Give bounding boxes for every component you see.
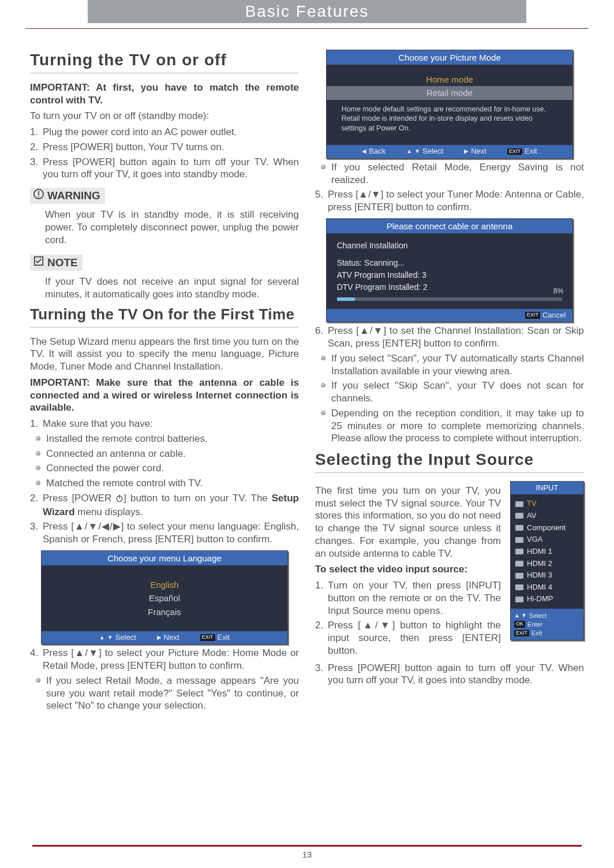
input-intro: The first time you turn on your TV, you … [315, 485, 501, 560]
warning-label: WARNING [47, 189, 100, 203]
osd-input: INPUT TV AV Component VGA HDMI 1 HDMI 2 … [510, 481, 584, 640]
input-item-hidmp[interactable]: Hi-DMP [515, 593, 579, 605]
important-remote-match: IMPORTANT: At first, you have to match t… [30, 81, 299, 107]
osd-foot-exit: EXITExit [200, 633, 230, 643]
page-footer: 13 [0, 845, 614, 860]
input-item-vga[interactable]: VGA [515, 534, 579, 546]
osd-picture-body: Home mode Retail mode Home mode default … [327, 65, 573, 145]
osd-foot-cancel: EXITCancel [525, 311, 566, 321]
input-select-heading: To select the video input source: [315, 563, 501, 576]
legend-select: ▲▼Select [514, 612, 580, 620]
input-item-hdmi3[interactable]: HDMI 3 [515, 569, 579, 582]
osd-lang-french[interactable]: Français [42, 605, 288, 619]
osd-input-legend: ▲▼Select OKEnter EXITExit [511, 609, 583, 640]
step-5: Press [▲/▼] to select your Tuner Mode: A… [315, 188, 584, 214]
exit-key-icon: EXIT [507, 148, 522, 155]
osd-picture-title: Choose your Picture Mode [327, 50, 573, 65]
scan-line-3: ATV Program Installed: 3 [337, 270, 563, 281]
scan-line-4: DTV Program Installed: 2 [337, 282, 563, 293]
step4-notes: If you select Retail Mode, a message app… [36, 675, 299, 712]
note-label: NOTE [47, 256, 78, 270]
updown-icon: ▲▼ [406, 148, 420, 155]
power-steps: Plug the power cord into an AC power out… [30, 126, 299, 181]
input-section: The first time you turn on your TV, you … [315, 481, 584, 660]
source-icon [515, 561, 523, 567]
input-item-av[interactable]: AV [515, 510, 579, 522]
first-step-1-text: Make sure that you have: [43, 418, 153, 429]
input-step-1: Turn on your TV, then press [INPUT] butt… [315, 579, 501, 617]
input-item-hdmi1[interactable]: HDMI 1 [515, 546, 579, 558]
osd-input-list: TV AV Component VGA HDMI 1 HDMI 2 HDMI 3… [511, 494, 583, 609]
top-banner: Basic Features [25, 0, 589, 29]
scan-line-1: Channel Installation [337, 241, 563, 251]
right-icon: ▶ [464, 148, 469, 155]
warning-icon [33, 189, 44, 203]
first-time-intro: The Setup Wizard menu appears the first … [30, 336, 299, 373]
exit-key-icon: EXIT [514, 630, 529, 637]
legend-enter: OKEnter [514, 620, 580, 628]
source-icon [515, 584, 523, 590]
svg-rect-2 [38, 196, 39, 198]
heading-first-time: Turning the TV On for the First Time [30, 305, 299, 327]
scan-progress-label: 8% [553, 287, 563, 296]
note-header: NOTE [30, 255, 83, 271]
right-column: Choose your Picture Mode Home mode Retai… [315, 45, 584, 714]
osd-foot-back: ◀Back [362, 147, 385, 157]
footer-rule [32, 845, 582, 847]
warning-header: WARNING [30, 188, 105, 204]
steps-6: Press [▲/▼] to set the Channel Installat… [315, 325, 584, 350]
osd-pic-home[interactable]: Home mode [327, 73, 573, 86]
source-icon [515, 501, 523, 507]
osd-picture-foot: ◀Back ▲▼Select ▶Next EXITExit [327, 145, 573, 158]
scan-line-2: Status: Scanning... [337, 258, 563, 269]
warning-body: When your TV is in standby mode, it is s… [30, 208, 299, 246]
source-icon [515, 513, 523, 519]
osd-scan-foot: EXITCancel [327, 309, 573, 322]
note-body: If your TV does not receive an input sig… [30, 275, 299, 301]
intro-standby: To turn your TV on or off (standby mode)… [30, 110, 299, 122]
osd-picture-mode: Choose your Picture Mode Home mode Retai… [326, 50, 574, 159]
banner-title: Basic Features [88, 0, 526, 23]
input-item-hdmi4[interactable]: HDMI 4 [515, 582, 579, 594]
osd-language-foot: ▲▼Select ▶Next EXITExit [42, 631, 288, 645]
step4-retail-note: If you select Retail Mode, a message app… [36, 675, 299, 712]
input-item-hdmi2[interactable]: HDMI 2 [515, 558, 579, 570]
osd-pic-retail[interactable]: Retail mode [327, 86, 573, 99]
exit-key-icon: EXIT [200, 634, 215, 641]
source-icon [515, 537, 523, 543]
osd-lang-english[interactable]: English [42, 578, 288, 591]
exit-key-icon: EXIT [525, 312, 540, 319]
source-icon [515, 549, 523, 554]
power-step-3: Press [POWER] button again to turn off y… [30, 156, 299, 181]
osd-foot-next: ▶Next [464, 147, 486, 157]
scan-notes: If you select "Scan", your TV automatica… [321, 352, 584, 445]
input-item-component[interactable]: Component [515, 522, 579, 534]
osd-lang-spanish[interactable]: Español [42, 591, 288, 605]
check-item-2: Connected an antenna or cable. [36, 448, 299, 460]
source-icon [515, 525, 523, 531]
input-item-tv[interactable]: TV [515, 498, 579, 510]
scan-progress: 8% [337, 297, 563, 301]
osd-foot-select: ▲▼Select [99, 633, 136, 643]
step-6: Press [▲/▼] to set the Channel Installat… [315, 325, 584, 350]
first-step-3: Press [▲/▼/◀/▶] to select your menu lang… [30, 520, 299, 546]
osd-scan-title: Please connect cable or antenna [327, 219, 573, 233]
scan-progress-fill [337, 297, 355, 301]
left-icon: ◀ [362, 148, 366, 155]
source-icon [515, 597, 523, 602]
svg-rect-1 [38, 191, 39, 195]
source-icon [515, 573, 523, 579]
power-step-1: Plug the power cord into an AC power out… [30, 126, 299, 139]
steps-5: Press [▲/▼] to select your Tuner Mode: A… [315, 188, 584, 214]
updown-icon: ▲▼ [99, 634, 113, 642]
osd-input-title: INPUT [511, 482, 583, 495]
input-step-3: Press [POWER] button again to turn off y… [315, 662, 584, 687]
left-column: Turning the TV on or off IMPORTANT: At f… [30, 45, 299, 714]
osd-foot-select: ▲▼Select [406, 147, 443, 157]
osd-foot-next: ▶Next [157, 633, 179, 643]
first-time-steps-cont: Press [POWER ] button to turn on your TV… [30, 492, 299, 546]
first-step-1-list: Installed the remote control batteries. … [36, 433, 299, 490]
check-item-1: Installed the remote control batteries. [36, 433, 299, 445]
osd-scan: Please connect cable or antenna Channel … [326, 218, 574, 322]
first-time-steps: Make sure that you have: [30, 418, 299, 430]
